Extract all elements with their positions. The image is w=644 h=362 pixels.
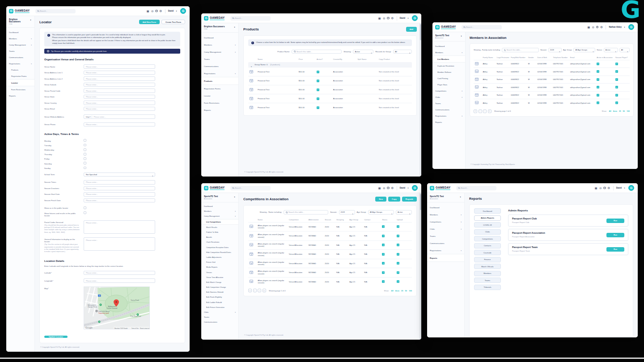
help-icon[interactable] [387,187,390,189]
sidebar-item[interactable]: Clash Resolution [201,240,238,244]
record-icon[interactable] [250,243,253,246]
upload-checkbox[interactable] [397,253,399,256]
text-input[interactable]: Please enter... [84,64,155,69]
sidebar-item[interactable]: Dashboard [427,204,464,211]
settings-icon[interactable] [391,186,394,189]
report-category-button[interactable]: Members [474,271,501,276]
user-menu[interactable]: David [400,17,405,19]
upload-checkbox[interactable] [397,235,399,237]
sidebar-item[interactable]: Teams [6,48,34,54]
map[interactable]: 11 Melb [84,286,150,329]
copy-competition-button[interactable]: Copy [388,197,400,202]
competition-row[interactable]: Allow players via search (regular season… [248,231,412,240]
active-in-association-checkbox[interactable] [597,63,599,65]
sidebar-item[interactable]: Reports [6,93,34,99]
user-menu[interactable]: David [616,187,622,189]
season-select[interactable]: 2019 [339,210,355,215]
sidebar-item[interactable]: List Competitions [201,219,238,225]
day-checkbox[interactable] [84,157,86,160]
competition-row[interactable]: Allow players via search (regular season… [248,259,412,268]
record-icon[interactable] [475,78,479,81]
page-size-link[interactable]: All [609,110,611,112]
active-in-association-checkbox[interactable] [597,78,599,81]
page-size-link[interactable]: 50 [405,290,407,292]
org-selector[interactable]: SportsTG Test Association [201,193,238,202]
global-search-input[interactable]: Search... [230,186,271,190]
sidebar-item[interactable]: Dashboard [6,29,34,35]
latitude-input[interactable]: Please enter... [84,271,155,275]
report-category-button[interactable]: Match Officials [474,264,501,269]
product-row[interactable]: Financial Test $50.00 Association Not cr… [248,67,412,76]
season-player-checkbox[interactable] [615,101,618,104]
update-locator-button[interactable]: Update Locator [44,336,68,338]
sidebar-item[interactable]: Communications [6,54,34,60]
next-page-button[interactable] [258,289,261,292]
competition-row[interactable]: Allow players via search (regular season… [248,268,412,277]
previous-page-button[interactable] [253,289,257,292]
longitude-input[interactable]: Please enter... [84,278,155,283]
competition-row[interactable]: Allow players via search (regular season… [248,240,412,250]
page-size-link[interactable]: 50 [623,110,625,112]
map-terms-link[interactable]: Terms of Use [131,327,139,329]
season-player-checkbox[interactable] [615,94,618,97]
status-checkbox[interactable] [382,225,385,228]
settings-icon[interactable] [607,186,610,189]
sidebar-item[interactable]: Registrations [432,113,465,119]
member-row[interactable]: Abley Nathan 00669822 M 02/06/1998 04079… [474,83,630,91]
org-selector[interactable]: SportsTG Test Association [432,32,465,42]
sidebar-item[interactable]: Products [201,77,238,85]
phone-input[interactable]: Please enter... [84,122,155,127]
record-icon[interactable] [250,280,253,283]
website-input[interactable]: http:// Please enter... [84,114,155,119]
record-icon[interactable] [250,70,253,73]
sidebar-item[interactable]: Clubs [201,310,238,315]
season-select[interactable]: 2018 [548,48,562,52]
sidebar-item[interactable]: Publish To Web [201,230,238,235]
record-icon[interactable] [475,62,479,65]
table-search-input[interactable]: Search this table... [284,210,328,215]
sidebar-item[interactable]: Dashboard [432,43,465,49]
sidebar-item[interactable]: Player Stats [432,81,465,88]
status-select[interactable]: Active [396,210,412,215]
page-size-link[interactable]: 25 [619,110,621,112]
day-checkbox[interactable] [84,148,86,151]
text-input[interactable]: Please enter... [84,180,155,185]
sidebar-item[interactable]: Dashboard [201,204,238,209]
product-row[interactable]: Financial Test $50.00 Association Not cr… [248,85,412,94]
report-category-button[interactable]: COVID-19 [474,222,501,227]
help-icon[interactable] [155,10,158,13]
upload-checkbox[interactable] [397,244,399,246]
record-icon[interactable] [475,93,479,97]
collapse-icon[interactable] [251,61,252,69]
help-icon[interactable] [596,26,599,29]
sidebar-item[interactable]: Member Rollover [432,69,465,75]
first-page-button[interactable] [474,109,477,113]
org-selector[interactable]: Brighton Buccaneers Club [201,23,238,33]
option-checkbox[interactable] [84,211,86,214]
day-checkbox[interactable] [84,139,86,142]
showing-select[interactable]: Active [353,50,373,54]
sidebar-item[interactable]: Locator [6,79,34,86]
sidebar-item[interactable]: Teams [201,315,238,320]
page-size-link[interactable]: All [391,290,393,292]
sidebar-item[interactable]: Registration Forms [6,73,34,79]
avatar[interactable]: G [180,8,186,14]
record-icon[interactable] [250,97,253,100]
sidebar-item[interactable]: Comp Management [6,42,34,48]
report-category-button[interactable]: Courtside [474,250,501,255]
sidebar-item[interactable]: Members [427,211,464,218]
user-menu[interactable]: David [168,10,174,12]
notifications-icon[interactable] [382,17,386,20]
sidebar-item[interactable]: Reports [427,254,464,262]
sidebar-item[interactable]: Registrations [427,247,464,254]
global-search-input[interactable]: Search... [462,25,502,29]
text-input[interactable]: Please enter... [84,71,155,75]
map-report-link[interactable]: Report a map error [140,327,150,329]
product-group-row[interactable]: Group Name: 0 [5 products] [248,62,412,67]
report-category-button[interactable]: Tribunals [474,285,501,290]
sidebar-item[interactable]: Registrations [6,60,34,67]
text-input[interactable]: Please enter... [84,76,155,81]
table-search-input[interactable]: Search this table... [292,50,342,54]
last-page-button[interactable] [488,109,491,113]
previous-page-button[interactable] [479,109,482,113]
